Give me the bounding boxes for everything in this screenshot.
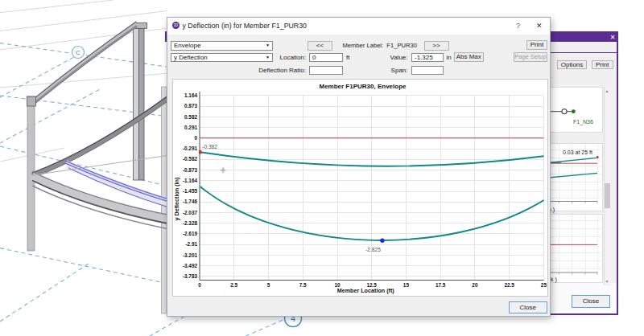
svg-text:-2.825: -2.825 [365,247,381,252]
svg-text:22.5: 22.5 [504,282,514,288]
svg-text:0: 0 [194,135,197,141]
svg-text:-2.328: -2.328 [182,220,197,226]
svg-text:0.03 at 25 ft: 0.03 at 25 ft [563,150,592,155]
svg-text:17.5: 17.5 [435,282,445,288]
svg-text:7.5: 7.5 [299,282,306,288]
svg-text:Member F1PUR30, Envelope: Member F1PUR30, Envelope [319,83,407,90]
svg-text:-2.037: -2.037 [182,210,197,215]
svg-text:-3.201: -3.201 [182,252,197,258]
svg-text:k ): k ) [551,277,557,283]
svg-text:2.5: 2.5 [230,282,237,288]
svg-text:-2.91: -2.91 [185,241,197,247]
svg-text:25: 25 [540,282,547,288]
svg-text:F1_N36: F1_N36 [573,119,593,125]
svg-text:20: 20 [472,282,478,288]
svg-text:15: 15 [402,282,409,288]
svg-text:-0.382: -0.382 [202,144,217,150]
svg-text:-1.746: -1.746 [182,199,197,204]
svg-text:y Deflection (in): y Deflection (in) [173,177,180,221]
svg-text:0.873: 0.873 [184,103,197,109]
svg-text:C: C [76,49,80,56]
svg-text:-0.582: -0.582 [182,156,197,162]
svg-text:-2.619: -2.619 [182,231,197,236]
svg-text:-1.164: -1.164 [182,178,197,183]
svg-text:-0.873: -0.873 [182,167,197,173]
svg-text:0: 0 [198,282,201,288]
svg-text:-3.783: -3.783 [182,273,197,279]
svg-text:-0.291: -0.291 [182,145,197,151]
svg-text:Member Location (ft): Member Location (ft) [336,287,394,294]
svg-text:1.164: 1.164 [184,92,197,98]
svg-text:0.291: 0.291 [184,125,197,130]
svg-text:5: 5 [266,282,270,288]
svg-text:-3.492: -3.492 [182,263,197,268]
svg-text:-1.455: -1.455 [182,188,197,194]
svg-text:0.582: 0.582 [184,114,197,120]
